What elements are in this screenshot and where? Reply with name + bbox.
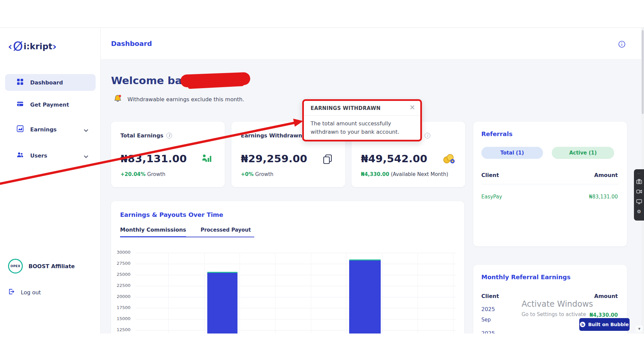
activate-windows-watermark-sub: Go to Settings to activate bbox=[522, 311, 586, 317]
chevron-down-icon[interactable] bbox=[84, 153, 88, 160]
available-amount: ₦4,330.00 bbox=[361, 171, 389, 177]
referral-month: Sep bbox=[481, 317, 491, 323]
coins-icon bbox=[442, 153, 456, 167]
growth-label: Growth bbox=[255, 171, 273, 177]
users-icon bbox=[17, 152, 23, 160]
gridline bbox=[136, 286, 456, 286]
info-icon[interactable]: i bbox=[425, 133, 430, 138]
tab-processed-payout[interactable]: Processed Payout bbox=[201, 227, 251, 236]
referral-client: EasyPay bbox=[481, 194, 502, 200]
sidebar-item-dashboard[interactable]: Dashboard bbox=[5, 74, 96, 91]
video-camera-icon[interactable] bbox=[635, 187, 644, 195]
column-header-amount: Amount bbox=[594, 293, 618, 299]
affiliate-label: BOOST Affiliate bbox=[29, 263, 75, 269]
scroll-down-arrow[interactable]: ▼ bbox=[636, 325, 643, 332]
copy-pages-icon bbox=[322, 153, 334, 167]
column-header-amount: Amount bbox=[594, 172, 618, 178]
screen-capture-icon[interactable] bbox=[635, 197, 644, 205]
gridline bbox=[382, 253, 382, 341]
gridline bbox=[204, 253, 205, 341]
stat-card-label: Earnings Withdrawn bbox=[241, 132, 302, 139]
green-stats-icon bbox=[201, 153, 213, 167]
divider bbox=[481, 184, 619, 184]
sidebar-item-earnings[interactable]: Earnings bbox=[5, 121, 96, 138]
header-info-icon[interactable] bbox=[618, 40, 626, 50]
column-header-client: Client bbox=[481, 293, 499, 299]
camera-icon[interactable] bbox=[635, 177, 644, 185]
filter-total-pill[interactable]: Total (1) bbox=[481, 147, 543, 159]
boost-affiliate-link[interactable]: OPEX BOOST Affiliate bbox=[8, 258, 92, 274]
sidebar-item-label: Earnings bbox=[30, 126, 57, 133]
sidebar-item-label: Dashboard bbox=[30, 79, 63, 86]
stat-card-label-row: Earnings Withdrawn i bbox=[241, 132, 311, 139]
gridline bbox=[453, 253, 453, 341]
payment-card-icon bbox=[17, 101, 23, 109]
tooltip-divider bbox=[304, 115, 420, 116]
tab-monthly-commissions[interactable]: Monthly Commissions bbox=[120, 227, 186, 237]
y-axis-tick: 30000 bbox=[111, 250, 130, 255]
chevron-down-icon[interactable] bbox=[84, 127, 88, 133]
brand-logo-name: i:kript bbox=[23, 42, 52, 51]
growth-label: Growth bbox=[147, 171, 165, 177]
growth-row: +20.04% Growth bbox=[120, 171, 165, 177]
growth-value: +0% bbox=[241, 171, 254, 177]
opex-logo-text: OPEX bbox=[10, 264, 20, 268]
available-label: (Available Next Month) bbox=[391, 171, 448, 177]
gridline bbox=[136, 308, 456, 308]
stat-amount: ₦29,259.00 bbox=[241, 153, 307, 165]
bubble-logo-icon: b bbox=[580, 322, 585, 327]
referrals-card: Referrals Total (1) Active (1) Client Am… bbox=[473, 122, 627, 246]
gear-icon[interactable]: ⚙ bbox=[635, 207, 644, 216]
total-earnings-card: Total Earnings i ₦83,131.00 +20.04% Grow… bbox=[111, 122, 225, 187]
gridline bbox=[136, 330, 456, 330]
gridline bbox=[346, 253, 346, 341]
gridline bbox=[168, 253, 169, 341]
y-axis-tick: 22500 bbox=[111, 283, 130, 288]
monthly-referrals-title: Monthly Referral Earnings bbox=[481, 274, 571, 281]
withdrawable-notice: Withdrawable earnings exclude this month… bbox=[127, 96, 244, 103]
bubble-badge-label: Built on Bubble bbox=[588, 322, 629, 327]
stat-amount: ₦83,131.00 bbox=[120, 153, 187, 165]
earnings-chart-icon bbox=[17, 125, 23, 133]
y-axis-tick: 25000 bbox=[111, 272, 130, 277]
referral-year: 2025 bbox=[481, 306, 495, 312]
dashboard-grid-icon bbox=[17, 78, 23, 86]
growth-value: +20.04% bbox=[120, 171, 146, 177]
scrollbar-thumb[interactable] bbox=[642, 30, 644, 114]
built-on-bubble-badge[interactable]: b Built on Bubble bbox=[579, 318, 630, 331]
column-header-client: Client bbox=[481, 172, 499, 178]
filter-active-pill[interactable]: Active (1) bbox=[552, 147, 614, 159]
close-icon[interactable]: × bbox=[409, 103, 415, 111]
gridline bbox=[136, 275, 456, 275]
gridline bbox=[311, 253, 311, 341]
gridline bbox=[418, 253, 418, 341]
y-axis-tick: 17500 bbox=[111, 305, 130, 310]
chart-tabs: Monthly Commissions Processed Payout bbox=[120, 227, 254, 237]
drag-handle-icon[interactable]: ⋯ bbox=[635, 171, 644, 175]
chart-card-title: Earnings & Payouts Over Time bbox=[120, 211, 223, 218]
available-next-month-row: ₦4,330.00 (Available Next Month) bbox=[361, 171, 448, 177]
logout-button[interactable]: Log out bbox=[8, 286, 68, 299]
stat-card-label: Total Earnings bbox=[120, 132, 163, 139]
y-axis-tick: 20000 bbox=[111, 294, 130, 299]
y-axis-tick: 12500 bbox=[111, 327, 130, 332]
sidebar-item-users[interactable]: Users bbox=[5, 147, 96, 164]
referral-amount: ₦4,330.00 bbox=[590, 312, 618, 318]
screen: ‹ Ø i:kript › Dashboard Get Payment Earn… bbox=[0, 0, 644, 362]
growth-row: +0% Growth bbox=[241, 171, 273, 177]
stat-amount: ₦49,542.00 bbox=[361, 153, 427, 165]
logout-label: Log out bbox=[21, 289, 41, 296]
gridline bbox=[136, 297, 456, 297]
referrals-title: Referrals bbox=[481, 130, 513, 137]
y-axis-tick: 15000 bbox=[111, 316, 130, 321]
page-title: Dashboard bbox=[111, 40, 152, 48]
gridline bbox=[275, 253, 275, 341]
y-axis-tick: 27500 bbox=[111, 261, 130, 266]
info-icon[interactable]: i bbox=[166, 133, 172, 138]
earnings-withdrawn-tooltip: EARNINGS WITHDRAWN × The total amount su… bbox=[302, 99, 422, 141]
earnings-payouts-card: Earnings & Payouts Over Time Monthly Com… bbox=[111, 201, 464, 342]
brand-logo: ‹ Ø i:kript › bbox=[8, 39, 57, 54]
opex-logo-icon: OPEX bbox=[8, 259, 23, 274]
chart-bar bbox=[349, 259, 381, 342]
sidebar-item-get-payment[interactable]: Get Payment bbox=[5, 96, 96, 113]
